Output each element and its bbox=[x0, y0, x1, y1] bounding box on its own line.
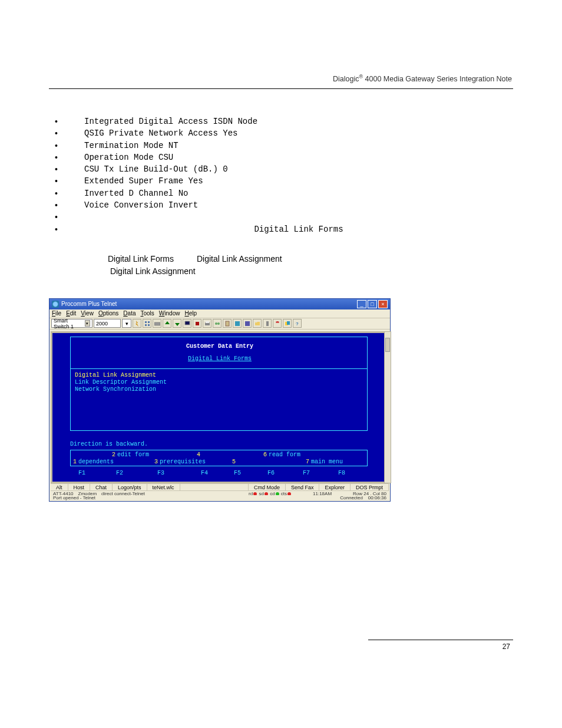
svg-rect-3 bbox=[148, 324, 150, 326]
combo-switch[interactable]: Smart Switch 1 ▾ bbox=[51, 319, 92, 328]
bullet-text: Voice Conversion Invert bbox=[84, 200, 198, 210]
tool-tower-icon[interactable] bbox=[263, 319, 272, 328]
menu-data[interactable]: Data bbox=[123, 310, 135, 317]
scrollbar-thumb[interactable] bbox=[385, 338, 390, 352]
terminal-message: Direction is backward. bbox=[70, 441, 148, 448]
menu-options[interactable]: Options bbox=[98, 310, 118, 317]
body: Integrated Digital Access ISDN Node QSIG… bbox=[49, 116, 513, 502]
bullet-text: Operation Mode CSU bbox=[84, 153, 173, 162]
menu-tools[interactable]: Tools bbox=[140, 310, 154, 317]
minimize-button[interactable]: _ bbox=[357, 300, 366, 308]
procomm-window: Procomm Plus Telnet _ □ × File Edit View… bbox=[49, 298, 391, 502]
tool-screen-icon[interactable] bbox=[233, 319, 242, 328]
tool-down-icon[interactable] bbox=[173, 319, 181, 328]
tool-help-icon[interactable]: ? bbox=[293, 319, 302, 328]
vertical-scrollbar[interactable] bbox=[384, 331, 391, 483]
fkey-f1[interactable]: F1 bbox=[78, 470, 85, 477]
status-connected: Connected bbox=[340, 495, 363, 500]
fkey-f4[interactable]: F4 bbox=[201, 470, 208, 477]
page-header: Dialogic® 4000 Media Gateway Series Inte… bbox=[333, 74, 512, 83]
bullet-item: Inverted D Channel No bbox=[49, 187, 513, 199]
svg-rect-6 bbox=[196, 322, 199, 325]
tool-lightning-icon[interactable] bbox=[133, 319, 141, 328]
combo-port[interactable]: 2000 bbox=[94, 319, 121, 328]
fn-num-5: 5 bbox=[232, 459, 236, 466]
para-text: Digital Link Assignment bbox=[197, 254, 282, 263]
fkey-f5[interactable]: F5 bbox=[234, 470, 241, 477]
status-duration: 00:06:36 bbox=[368, 495, 386, 500]
tool-print-icon[interactable] bbox=[203, 319, 211, 328]
terminal-menu-item[interactable]: Network Synchronization bbox=[75, 386, 156, 393]
bullet-text: Inverted D Channel No bbox=[84, 189, 188, 198]
svg-rect-13 bbox=[245, 321, 250, 326]
titlebar[interactable]: Procomm Plus Telnet _ □ × bbox=[49, 299, 390, 309]
svg-rect-14 bbox=[266, 321, 269, 326]
terminal-menu-item[interactable]: Link Descriptor Assignment bbox=[75, 379, 167, 386]
svg-text:?: ? bbox=[296, 321, 299, 327]
svg-point-10 bbox=[217, 322, 220, 325]
fkey-f6[interactable]: F6 bbox=[267, 470, 275, 477]
bullet-item: QSIG Private Network Access Yes bbox=[49, 127, 513, 139]
para-text: Digital Link Forms bbox=[108, 254, 174, 263]
fkey-f8[interactable]: F8 bbox=[338, 470, 345, 477]
para-text: Digital Link Assignment bbox=[110, 266, 196, 276]
terminal-subtitle: Digital Link Forms bbox=[52, 355, 387, 363]
tool-folder-icon[interactable] bbox=[253, 319, 262, 328]
chevron-down-icon[interactable]: ▾ bbox=[85, 320, 90, 327]
bullet-item: Termination Mode NT bbox=[49, 140, 513, 151]
close-button[interactable]: × bbox=[378, 300, 388, 308]
status-port: Port opened - Telnet bbox=[53, 495, 95, 500]
combo-port-dropdown[interactable]: ▾ bbox=[122, 319, 131, 328]
fn-num-4: 4 bbox=[197, 452, 200, 459]
bullet-item: Voice Conversion Invert bbox=[49, 199, 513, 211]
menu-view[interactable]: View bbox=[81, 310, 94, 317]
statusbar-2: Port opened - Telnet Connected 00:06:36 bbox=[51, 495, 389, 501]
svg-rect-8 bbox=[206, 321, 209, 323]
fkey-f2[interactable]: F2 bbox=[116, 470, 123, 477]
fkey-f3[interactable]: F3 bbox=[157, 470, 164, 477]
fn-num-7: 7 bbox=[306, 459, 309, 466]
fkey-f7[interactable]: F7 bbox=[303, 470, 310, 477]
bullet-center-text: Digital Link Forms bbox=[84, 223, 513, 235]
tool-connect-icon[interactable] bbox=[213, 319, 222, 328]
tool-grid-icon[interactable] bbox=[143, 319, 151, 328]
bullet-item: Integrated Digital Access ISDN Node bbox=[49, 116, 513, 127]
bullet-item: Extended Super Frame Yes bbox=[49, 175, 513, 187]
bullet-list: Integrated Digital Access ISDN Node QSIG… bbox=[49, 116, 513, 235]
svg-rect-0 bbox=[145, 321, 147, 323]
svg-rect-12 bbox=[235, 321, 240, 326]
combo-switch-value: Smart Switch 1 bbox=[54, 318, 82, 330]
fn-label-main-menu[interactable]: main menu bbox=[311, 459, 343, 466]
fn-label-prerequisites[interactable]: prerequisites bbox=[160, 459, 206, 466]
tool-stop-icon[interactable] bbox=[193, 319, 201, 328]
tool-disk-icon[interactable] bbox=[243, 319, 252, 328]
tool-monitor-icon[interactable] bbox=[183, 319, 191, 328]
tool-up-icon[interactable] bbox=[163, 319, 171, 328]
terminal[interactable]: Customer Data Entry Digital Link Forms D… bbox=[52, 333, 387, 482]
terminal-title-box bbox=[70, 337, 368, 369]
fn-label-read-form[interactable]: read form bbox=[269, 452, 300, 459]
svg-rect-11 bbox=[226, 321, 229, 326]
maximize-button[interactable]: □ bbox=[368, 300, 377, 308]
fn-label-edit-form[interactable]: edit form bbox=[117, 452, 149, 459]
svg-rect-2 bbox=[145, 324, 147, 326]
terminal-menu-selected[interactable]: Digital Link Assignment bbox=[75, 372, 156, 379]
tool-paste-icon[interactable] bbox=[223, 319, 232, 328]
bullet-text: QSIG Private Network Access Yes bbox=[84, 129, 237, 138]
menu-edit[interactable]: Edit bbox=[66, 310, 76, 317]
header-brand: Dialogic bbox=[333, 75, 359, 83]
window-title: Procomm Plus Telnet bbox=[61, 301, 117, 307]
paragraph: Digital Link Forms Digital Link Assignme… bbox=[49, 253, 513, 278]
menu-file[interactable]: File bbox=[52, 310, 61, 317]
fn-label-dependents[interactable]: dependents bbox=[78, 459, 114, 466]
bullet-item: CSU Tx Line Build-Out (dB.) 0 bbox=[49, 163, 513, 175]
menu-window[interactable]: Window bbox=[159, 310, 180, 317]
menu-help[interactable]: Help bbox=[184, 310, 197, 317]
tool-phone-icon[interactable] bbox=[273, 319, 282, 328]
tool-cards-icon[interactable] bbox=[283, 319, 292, 328]
combo-port-value: 2000 bbox=[96, 321, 108, 327]
tool-keyboard-icon[interactable] bbox=[153, 319, 161, 328]
header-suffix: 4000 Media Gateway Series Integration No… bbox=[363, 75, 512, 83]
toolbar: Smart Switch 1 ▾ 2000 ▾ bbox=[49, 318, 390, 330]
svg-rect-4 bbox=[154, 322, 160, 325]
